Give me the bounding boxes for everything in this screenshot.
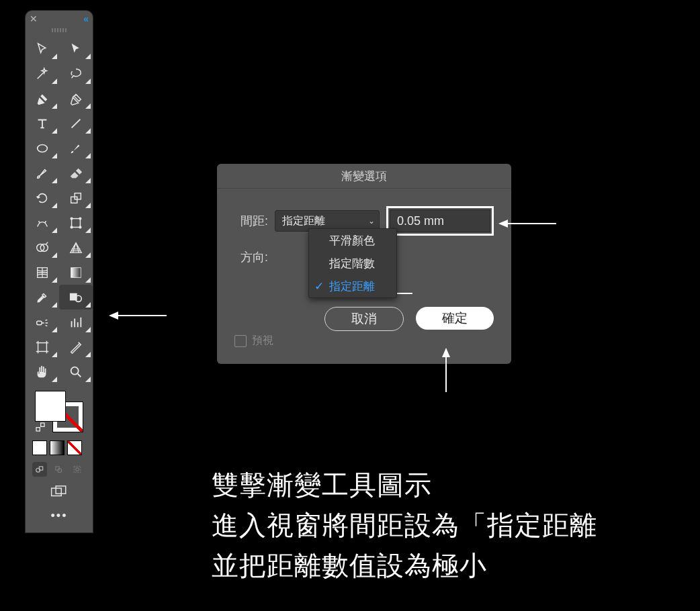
- svg-rect-17: [36, 428, 40, 431]
- panel-grip[interactable]: [26, 27, 93, 34]
- svg-rect-3: [72, 218, 81, 227]
- spacing-label: 間距:: [234, 213, 268, 229]
- preview-checkbox[interactable]: [234, 335, 247, 347]
- color-mode-row: [26, 440, 93, 459]
- column-graph-tool[interactable]: [59, 310, 93, 334]
- draw-normal-mode[interactable]: [32, 462, 47, 477]
- svg-point-7: [79, 226, 81, 228]
- svg-marker-34: [442, 348, 450, 357]
- option-specified-distance[interactable]: 指定距離: [309, 275, 396, 297]
- swap-fill-stroke-icon[interactable]: [35, 422, 46, 432]
- chevron-down-icon: ⌄: [368, 216, 375, 226]
- svg-point-6: [71, 226, 73, 228]
- svg-marker-32: [498, 220, 508, 228]
- draw-behind-mode[interactable]: [51, 462, 66, 477]
- solid-color-mode[interactable]: [32, 440, 47, 455]
- instruction-caption: 雙擊漸變工具圖示 進入視窗將間距設為「指定距離 並把距離數值設為極小: [212, 465, 597, 585]
- svg-rect-14: [37, 321, 42, 325]
- annotation-arrow-ok: [439, 346, 453, 393]
- spacing-dropdown: 平滑顏色 指定階數 指定距離: [308, 228, 397, 298]
- shape-builder-tool[interactable]: [26, 235, 59, 260]
- svg-rect-25: [52, 488, 62, 496]
- close-panel-icon[interactable]: ✕: [30, 14, 38, 23]
- eraser-tool[interactable]: [59, 160, 93, 185]
- gradient-color-mode[interactable]: [50, 440, 64, 455]
- svg-point-16: [71, 367, 79, 374]
- pen-tool[interactable]: [26, 86, 59, 111]
- selection-tool[interactable]: [26, 36, 59, 61]
- type-tool[interactable]: [26, 111, 59, 136]
- dialog-title: 漸變選項: [217, 164, 511, 189]
- lasso-tool[interactable]: [59, 61, 93, 86]
- free-transform-tool[interactable]: [59, 210, 93, 235]
- svg-rect-26: [56, 486, 66, 493]
- line-segment-tool[interactable]: [59, 111, 93, 136]
- panel-header: ✕ «: [26, 11, 93, 27]
- tools-panel: ✕ «: [26, 11, 93, 532]
- ellipse-tool[interactable]: [26, 136, 59, 160]
- option-smooth-color[interactable]: 平滑顏色: [309, 229, 396, 252]
- blend-tool[interactable]: [59, 285, 93, 310]
- rotate-tool[interactable]: [26, 185, 59, 210]
- width-tool[interactable]: [26, 210, 59, 235]
- direct-selection-tool[interactable]: [59, 36, 93, 61]
- svg-point-4: [71, 218, 73, 220]
- perspective-grid-tool[interactable]: [59, 235, 93, 260]
- annotation-arrow-value: [497, 217, 558, 230]
- magic-wand-tool[interactable]: [26, 61, 59, 86]
- slice-tool[interactable]: [59, 334, 93, 359]
- paintbrush-tool[interactable]: [59, 136, 93, 160]
- svg-rect-15: [38, 342, 47, 351]
- none-color-mode[interactable]: [67, 440, 82, 455]
- svg-rect-2: [75, 193, 81, 199]
- svg-point-24: [76, 468, 79, 471]
- zoom-tool[interactable]: [59, 359, 93, 384]
- blend-options-dialog: 漸變選項 間距: 指定距離 ⌄ 0.05 mm 方向: 平滑顏色 指定階數 指定…: [217, 164, 511, 364]
- svg-point-5: [79, 218, 81, 220]
- svg-rect-23: [74, 466, 80, 472]
- fill-stroke-swatches: [26, 384, 93, 440]
- draw-inside-mode[interactable]: [70, 462, 85, 477]
- eyedropper-tool[interactable]: [26, 285, 59, 310]
- tool-grid: [26, 36, 93, 384]
- hand-tool[interactable]: [26, 359, 59, 384]
- svg-rect-18: [41, 423, 44, 426]
- svg-marker-28: [109, 312, 118, 320]
- option-specified-steps[interactable]: 指定階數: [309, 252, 396, 275]
- orientation-label: 方向:: [234, 249, 268, 265]
- curvature-tool[interactable]: [59, 86, 93, 111]
- gradient-tool[interactable]: [59, 260, 93, 285]
- spacing-value-highlight: 0.05 mm: [386, 206, 494, 236]
- fill-swatch[interactable]: [35, 391, 66, 422]
- screen-mode-icon[interactable]: [26, 481, 93, 502]
- annotation-arrow-blend-tool: [107, 309, 168, 322]
- scale-tool[interactable]: [59, 185, 93, 210]
- pencil-tool[interactable]: [26, 160, 59, 185]
- more-tools-icon[interactable]: •••: [26, 502, 93, 532]
- cancel-button[interactable]: 取消: [324, 307, 404, 331]
- symbol-sprayer-tool[interactable]: [26, 310, 59, 334]
- mesh-tool[interactable]: [26, 260, 59, 285]
- svg-rect-1: [71, 197, 77, 203]
- collapse-panel-icon[interactable]: «: [83, 13, 89, 24]
- preview-checkbox-row[interactable]: 預視: [234, 334, 273, 348]
- preview-label: 預視: [252, 334, 273, 348]
- draw-mode-row: [26, 459, 93, 481]
- ok-button[interactable]: 確定: [416, 307, 494, 330]
- spacing-value-input[interactable]: 0.05 mm: [390, 209, 490, 232]
- svg-point-0: [38, 144, 48, 152]
- artboard-tool[interactable]: [26, 334, 59, 359]
- svg-rect-11: [71, 267, 81, 277]
- spacing-select-value: 指定距離: [282, 214, 325, 228]
